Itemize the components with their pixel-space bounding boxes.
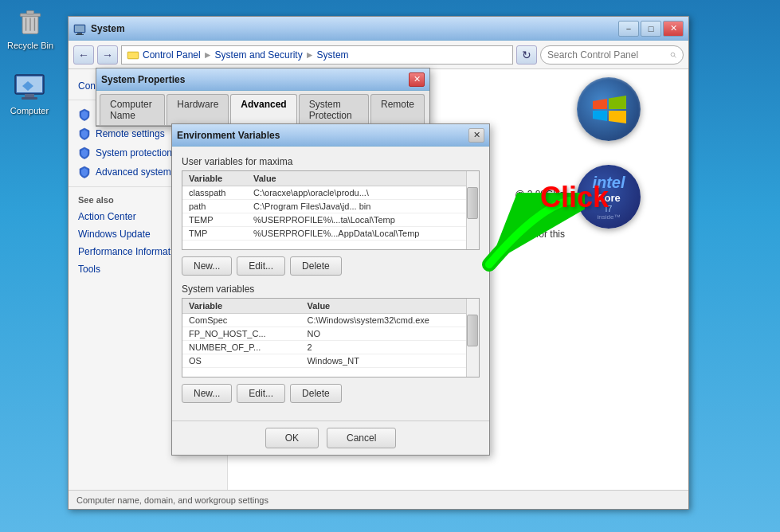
svg-line-19 [674,56,676,57]
system-variables-table-container[interactable]: Variable Value ComSpec C:\Windows\system… [182,298,480,377]
user-delete-button[interactable]: Delete [290,256,342,276]
system-scrollbar-thumb[interactable] [467,315,478,346]
system-table-scrollbar[interactable] [466,299,479,377]
sys-props-title-bar: System Properties ✕ [96,68,429,91]
sys-new-button[interactable]: New... [182,384,232,403]
maximize-button[interactable]: □ [641,21,661,37]
system-title-icon [73,22,86,35]
click-label: Click [540,181,609,214]
env-dialog-title-text: Environment Variables [177,130,280,141]
remote-settings-label: Remote settings [96,128,165,139]
forward-button[interactable]: → [97,45,118,65]
address-path[interactable]: Control Panel ► System and Security ► Sy… [121,45,513,65]
computer-label: Computer [10,106,49,115]
status-bar: Computer name, domain, and workgroup set… [69,490,688,509]
cancel-button[interactable]: Cancel [327,428,396,448]
system-variables-buttons: New... Edit... Delete [182,384,480,403]
sys-props-close-button[interactable]: ✕ [409,72,425,87]
ok-button[interactable]: OK [265,428,319,448]
var-cell: TMP [182,227,247,241]
back-button[interactable]: ← [73,45,94,65]
table-row[interactable]: FP_NO_HOST_C... NO [182,327,479,341]
address-icon [127,49,139,61]
sysval-cell: Windows_NT [300,354,479,368]
status-text: Computer name, domain, and workgroup set… [76,495,268,505]
sys-props-title-text: System Properties [101,74,185,85]
windows-logo [577,77,641,141]
sysval-cell: NO [300,327,479,341]
tab-system-protection[interactable]: System Protection [299,94,369,125]
env-dialog-footer: OK Cancel [172,421,489,455]
breadcrumb-system[interactable]: System [317,49,349,61]
recycle-bin-image [14,6,46,37]
windows-logo-svg [585,85,633,133]
shield-icon-remote [78,127,91,140]
user-variables-title: User variables for maxima [182,156,480,167]
sys-edit-button[interactable]: Edit... [237,384,285,403]
user-edit-button[interactable]: Edit... [237,256,285,276]
system-protection-label: System protection [96,147,172,158]
sys-props-tabs: Computer Name Hardware Advanced System P… [96,91,429,126]
shield-icon-advanced [78,166,91,178]
system-properties-dialog: System Properties ✕ Computer Name Hardwa… [96,68,430,127]
svg-rect-9 [22,97,37,100]
table-row[interactable]: NUMBER_OF_P... 2 [182,341,479,354]
var-cell: TEMP [182,213,247,227]
recycle-bin-label: Recycle Bin [7,41,53,50]
sys-delete-button[interactable]: Delete [290,384,342,403]
sysval-cell: C:\Windows\system32\cmd.exe [300,314,479,327]
close-button[interactable]: ✕ [663,21,684,37]
breadcrumb-control-panel[interactable]: Control Panel [143,49,201,61]
svg-rect-2 [26,10,33,14]
computer-image [14,71,45,103]
breadcrumb-system-security[interactable]: System and Security [215,49,303,61]
tab-hardware[interactable]: Hardware [167,94,229,125]
env-dialog-title-bar: Environment Variables ✕ [172,124,489,147]
sysvar-cell: NUMBER_OF_P... [182,341,300,354]
recycle-bin-icon[interactable]: Recycle Bin [2,2,59,53]
shield-icon-protection [78,147,91,159]
var-cell: path [182,200,247,213]
computer-icon[interactable]: Computer [1,68,58,119]
table-row[interactable]: ComSpec C:\Windows\system32\cmd.exe [182,314,479,327]
search-input[interactable] [547,49,667,61]
user-new-button[interactable]: New... [182,256,232,276]
svg-rect-17 [128,53,138,58]
explorer-title-bar: System − □ ✕ [69,17,688,41]
system-variables-table: Variable Value ComSpec C:\Windows\system… [182,299,479,368]
tab-remote[interactable]: Remote [370,94,425,125]
search-icon [670,49,676,61]
var-cell: classpath [182,186,247,200]
action-center-label: Action Center [78,211,136,222]
sysval-cell: 2 [300,341,479,354]
svg-rect-8 [25,94,34,97]
performance-info-label: Performance Informat... [78,246,178,257]
title-bar-left: System [73,22,125,35]
env-dialog-close-button[interactable]: ✕ [468,128,484,143]
svg-rect-12 [75,25,84,32]
explorer-title-text: System [91,23,125,34]
minimize-button[interactable]: − [618,21,639,37]
tab-advanced[interactable]: Advanced [230,94,296,126]
svg-rect-13 [77,33,82,34]
svg-rect-14 [76,34,84,35]
desktop: Recycle Bin Computer Sy [0,0,780,532]
tab-computer-name[interactable]: Computer Name [100,94,165,125]
val-column-header: Value [247,171,479,186]
address-bar: ← → Control Panel ► System and Security … [69,41,688,69]
sysvar-cell: FP_NO_HOST_C... [182,327,300,341]
refresh-button[interactable]: ↻ [516,45,537,65]
sysvar-cell: OS [182,354,300,368]
search-box[interactable] [540,45,684,65]
sysvar-cell: ComSpec [182,314,300,327]
sysvar-column-header: Variable [182,299,300,314]
sysval-column-header: Value [300,299,479,314]
windows-logo-area [577,77,641,141]
shield-icon-device [78,108,91,121]
title-bar-buttons: − □ ✕ [618,21,684,37]
tools-label: Tools [78,264,100,275]
windows-update-label: Windows Update [78,229,151,240]
table-row[interactable]: OS Windows_NT [182,354,479,368]
svg-point-18 [671,53,675,57]
var-column-header: Variable [182,171,247,186]
